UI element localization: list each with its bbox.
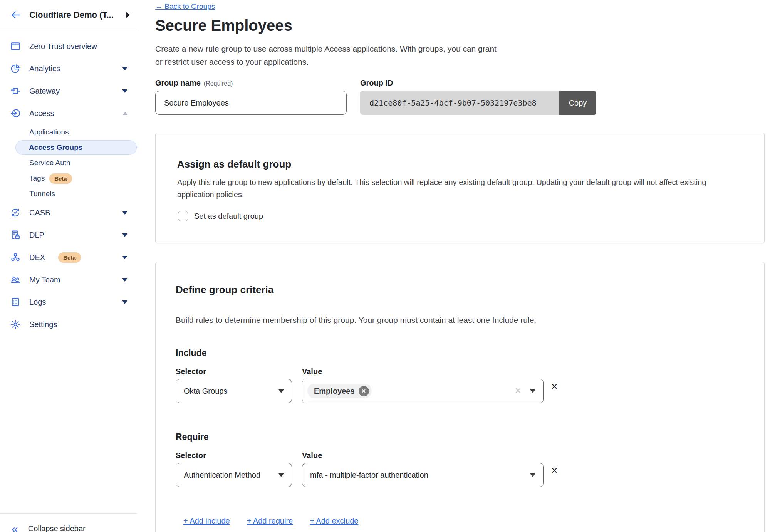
chevron-down-icon <box>530 473 535 477</box>
add-include-link[interactable]: + Add include <box>183 517 230 525</box>
sidebar-item-service-auth[interactable]: Service Auth <box>0 155 138 171</box>
back-to-groups-link[interactable]: ← Back to Groups <box>155 2 215 11</box>
value-chip-employees: Employees ✕ <box>307 384 372 398</box>
page-description: Create a new rule group to use across mu… <box>155 42 497 69</box>
sidebar-item-access-groups[interactable]: Access Groups <box>15 140 137 155</box>
document-lock-icon <box>10 230 21 240</box>
page-description-line1: Create a new rule group to use across mu… <box>155 42 497 55</box>
access-login-icon <box>10 108 21 119</box>
chevron-down-icon <box>278 389 284 393</box>
sidebar-item-my-team[interactable]: My Team <box>0 269 138 291</box>
beta-badge: Beta <box>58 252 81 263</box>
remove-include-rule-button[interactable]: ✕ <box>551 382 558 392</box>
sidebar-item-label: CASB <box>29 208 50 217</box>
sidebar-item-tunnels[interactable]: Tunnels <box>0 186 138 201</box>
include-heading: Include <box>176 348 207 358</box>
required-hint: (Required) <box>204 80 233 87</box>
group-name-label: Group name(Required) <box>155 79 233 87</box>
include-value-multiselect[interactable]: Employees ✕ ✕ <box>302 379 544 403</box>
group-id-value: d21ce80f-5a25-4bcf-9b07-5032197e3be8 <box>360 91 559 115</box>
sidebar-item-label: Zero Trust overview <box>29 42 97 51</box>
sidebar-item-label: Access Groups <box>29 143 82 152</box>
sidebar-item-applications[interactable]: Applications <box>0 124 138 140</box>
set-default-group-row[interactable]: Set as default group <box>178 211 263 221</box>
set-default-group-checkbox[interactable] <box>178 211 188 221</box>
require-value-label: Value <box>302 451 322 460</box>
require-heading: Require <box>176 432 209 442</box>
include-selector-value: Okta Groups <box>184 387 227 396</box>
chevron-down-icon[interactable] <box>122 300 127 304</box>
assign-default-group-card: Assign as default group Apply this rule … <box>155 133 765 243</box>
back-arrow-icon[interactable] <box>10 9 22 21</box>
card-description: Build rules to determine membership of t… <box>176 316 536 325</box>
add-rule-links: + Add include + Add require + Add exclud… <box>183 517 358 525</box>
include-selector-dropdown[interactable]: Okta Groups <box>176 379 292 403</box>
sidebar-item-analytics[interactable]: Analytics <box>0 57 138 80</box>
sidebar-item-casb[interactable]: CASB <box>0 201 138 224</box>
chevron-down-icon <box>278 473 284 477</box>
add-require-link[interactable]: + Add require <box>247 517 293 525</box>
people-icon <box>10 274 21 285</box>
sidebar-item-dlp[interactable]: DLP <box>0 224 138 246</box>
sidebar: Cloudflare Demo (T... Zero Trust overvie… <box>0 0 138 532</box>
require-selector-dropdown[interactable]: Authentication Method <box>176 463 292 487</box>
double-chevron-left-icon: « <box>12 523 18 532</box>
define-group-criteria-card: Define group criteria Build rules to det… <box>155 262 765 532</box>
sidebar-item-label: DEX <box>29 253 45 262</box>
chevron-down-icon <box>530 389 535 393</box>
sidebar-item-label: Applications <box>29 128 69 136</box>
chip-label: Employees <box>314 387 355 396</box>
collapse-sidebar-button[interactable]: « Collapse sidebar <box>0 513 138 532</box>
add-exclude-link[interactable]: + Add exclude <box>310 517 358 525</box>
sidebar-item-settings[interactable]: Settings <box>0 313 138 336</box>
chevron-down-icon[interactable] <box>122 67 127 70</box>
group-id-label: Group ID <box>360 79 393 87</box>
sidebar-item-label: Gateway <box>29 87 60 96</box>
chevron-down-icon[interactable] <box>122 89 127 93</box>
chevron-right-icon[interactable] <box>126 12 130 18</box>
sidebar-item-label: Logs <box>29 298 46 307</box>
set-default-group-label: Set as default group <box>194 212 263 221</box>
sidebar-item-tags[interactable]: Tags Beta <box>0 171 138 186</box>
card-description-line2: application policies. <box>177 188 706 201</box>
main-content: ← Back to Groups Secure Employees Create… <box>138 0 770 532</box>
sidebar-item-label: DLP <box>29 231 44 240</box>
sidebar-item-dex[interactable]: DEX Beta <box>0 246 138 269</box>
sidebar-item-label: Tunnels <box>29 190 55 198</box>
chevron-down-icon[interactable] <box>122 256 127 259</box>
sidebar-header: Cloudflare Demo (T... <box>0 0 138 30</box>
sidebar-item-label: Tags <box>29 174 45 183</box>
gear-icon <box>10 319 21 330</box>
copy-button[interactable]: Copy <box>559 91 596 115</box>
chevron-down-icon[interactable] <box>122 211 127 215</box>
card-description-line1: Apply this rule group to new application… <box>177 176 706 188</box>
gateway-icon <box>10 86 21 96</box>
chip-remove-icon[interactable]: ✕ <box>359 386 369 396</box>
require-selector-label: Selector <box>176 451 206 460</box>
page-title: Secure Employees <box>155 17 292 34</box>
chevron-down-icon[interactable] <box>122 233 127 237</box>
dashboard-window-icon <box>10 41 21 52</box>
access-submenu: Applications Access Groups Service Auth … <box>0 124 138 201</box>
sidebar-item-access[interactable]: Access <box>0 102 138 124</box>
sidebar-item-label: Analytics <box>29 64 60 73</box>
card-title: Assign as default group <box>177 158 291 170</box>
sidebar-item-gateway[interactable]: Gateway <box>0 80 138 102</box>
sidebar-item-label: Service Auth <box>29 159 70 167</box>
chevron-up-icon[interactable] <box>123 112 127 115</box>
card-title: Define group criteria <box>176 284 273 296</box>
group-name-input[interactable] <box>155 91 347 115</box>
casb-sync-check-icon <box>10 207 21 218</box>
require-value-dropdown[interactable]: mfa - multiple-factor authentication <box>302 463 544 487</box>
clear-value-icon[interactable]: ✕ <box>515 386 522 396</box>
chevron-down-icon[interactable] <box>122 278 127 282</box>
group-id-field: d21ce80f-5a25-4bcf-9b07-5032197e3be8 Cop… <box>360 91 596 115</box>
pie-chart-icon <box>10 63 21 74</box>
sidebar-item-label: Settings <box>29 320 57 329</box>
sidebar-item-zero-trust-overview[interactable]: Zero Trust overview <box>0 35 138 57</box>
remove-require-rule-button[interactable]: ✕ <box>551 466 558 476</box>
sidebar-nav: Zero Trust overview Analytics Gateway Ac… <box>0 35 138 336</box>
sidebar-item-logs[interactable]: Logs <box>0 291 138 313</box>
require-value: mfa - multiple-factor authentication <box>310 471 428 480</box>
account-name[interactable]: Cloudflare Demo (T... <box>29 10 118 20</box>
